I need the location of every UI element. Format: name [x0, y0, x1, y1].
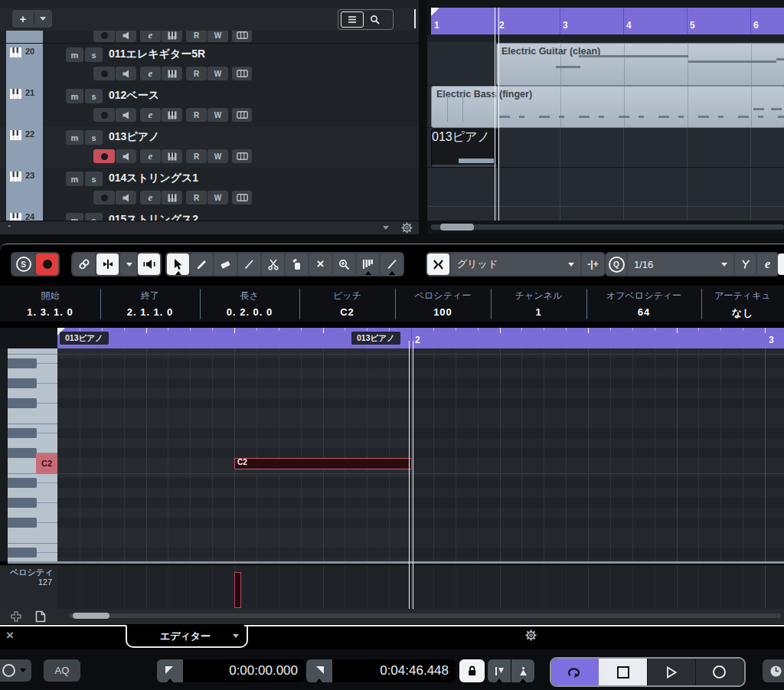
black-key[interactable] [8, 378, 37, 388]
write-automation-button[interactable]: W [207, 149, 228, 163]
lane-splitter[interactable] [8, 561, 784, 564]
black-key[interactable] [8, 428, 37, 438]
info-field[interactable]: アーティキュなし [701, 288, 784, 320]
lock-button[interactable] [459, 659, 485, 682]
chevron-down-icon[interactable] [233, 634, 239, 638]
tabbar-gear-icon[interactable] [525, 630, 537, 641]
line-tool[interactable] [238, 253, 260, 275]
mute-button[interactable]: m [66, 47, 83, 62]
mute-button[interactable]: m [66, 130, 83, 145]
editor-hscrollbar[interactable] [69, 613, 781, 618]
solo-button[interactable]: s [85, 130, 103, 145]
metronome-button[interactable] [0, 659, 31, 682]
record-arm-button[interactable] [93, 31, 115, 42]
edit-instrument-button[interactable] [162, 108, 182, 122]
info-value[interactable]: 2. 1. 1. 0 [100, 306, 200, 318]
quantize-apply-button[interactable]: Q [606, 253, 626, 275]
curve-tool[interactable] [381, 253, 403, 275]
midi-event-guitar[interactable]: Electric Guitar (clean) [496, 43, 784, 86]
info-value[interactable]: C2 [299, 306, 395, 318]
info-value[interactable]: 64 [586, 306, 701, 318]
acoustic-feedback-button[interactable] [138, 253, 160, 275]
stop-button[interactable] [599, 659, 647, 685]
add-lane-button[interactable] [11, 611, 21, 622]
midi-note-c2[interactable]: C2 [234, 458, 412, 469]
highlighted-key-c2[interactable]: C2 [36, 453, 57, 473]
solo-button[interactable]: s [85, 89, 103, 103]
channel-strip-button[interactable] [232, 67, 252, 80]
black-key[interactable] [8, 518, 37, 528]
track-color-strip[interactable]: 24 [6, 209, 43, 221]
shrink-button[interactable]: - [8, 220, 11, 231]
solo-button[interactable]: s [85, 47, 103, 62]
trim-tool[interactable] [357, 253, 379, 275]
info-field[interactable]: ピッチC2 [299, 288, 395, 320]
arrangement-area[interactable]: 123456Electric Guitar (clean)Electric Ba… [427, 0, 784, 234]
punch-out-button[interactable] [511, 659, 534, 682]
left-locator-button[interactable] [157, 659, 183, 682]
lane-area[interactable]: Electric Guitar (clean)Electric Bass (fi… [427, 42, 784, 221]
track-row[interactable]: 24ms015ストリングス2eRW [0, 209, 419, 221]
read-automation-button[interactable]: R [186, 149, 207, 163]
cycle-button[interactable] [551, 659, 599, 685]
velocity-bar[interactable] [234, 572, 241, 608]
record-arm-button[interactable] [93, 191, 115, 204]
read-automation-button[interactable]: R [186, 108, 207, 122]
mute-button[interactable]: m [66, 89, 83, 103]
edit-instrument-button[interactable] [162, 67, 182, 80]
right-locator-button[interactable] [306, 659, 332, 682]
monitor-button[interactable] [116, 31, 136, 42]
add-track-button[interactable]: + [12, 10, 52, 28]
draw-tool[interactable] [191, 253, 213, 275]
edit-instrument-button[interactable] [162, 149, 182, 163]
edit-instrument-button[interactable] [162, 31, 182, 42]
track-color-strip[interactable]: 23 [6, 168, 43, 210]
record-arm-button[interactable] [93, 149, 115, 163]
track-color-strip[interactable]: 20 [6, 44, 43, 86]
link-editors-button[interactable] [73, 253, 95, 275]
left-locator-field[interactable]: 0:00:00.000 [183, 659, 305, 682]
mute-button[interactable]: m [66, 172, 83, 186]
piano-keyboard[interactable]: C2 [0, 348, 57, 561]
setup-page-button[interactable] [35, 610, 46, 623]
write-automation-button[interactable]: W [207, 67, 228, 80]
edit-channel-button[interactable]: e [140, 191, 161, 204]
track-color-strip[interactable]: 21 [6, 85, 43, 127]
monitor-button[interactable] [116, 191, 136, 204]
time-display-button[interactable] [763, 659, 784, 682]
clipped-toolbar-button[interactable] [778, 253, 784, 275]
play-button[interactable] [647, 659, 695, 685]
info-field[interactable]: 終了2. 1. 1. 0 [100, 288, 200, 320]
record-button[interactable] [695, 659, 743, 685]
track-name[interactable]: 012ベース [109, 89, 159, 103]
editor-ruler[interactable]: 013ピアノ013ピアノ23 [0, 328, 784, 348]
channel-strip-button[interactable] [232, 191, 252, 204]
track-row[interactable]: 23ms014ストリングス1eRW [0, 168, 419, 210]
split-tool[interactable] [262, 253, 284, 275]
quantize-preset-select[interactable]: 1/16 [628, 253, 733, 275]
black-key[interactable] [8, 398, 37, 408]
find-track-button[interactable] [370, 15, 380, 25]
record-in-editor-button[interactable] [36, 253, 58, 275]
monitor-button[interactable] [116, 149, 136, 163]
info-field[interactable]: チャンネル1 [491, 288, 586, 320]
black-key[interactable] [8, 448, 37, 458]
track-name[interactable]: 011エレキギター5R [109, 47, 205, 61]
track-color-strip[interactable]: 22 [6, 126, 43, 168]
info-field[interactable]: 開始1. 3. 1. 0 [0, 288, 100, 320]
zoom-tool[interactable] [333, 253, 355, 275]
track-list-view-button[interactable] [341, 11, 364, 28]
edit-channel-button[interactable]: e [140, 67, 161, 80]
info-value[interactable]: なし [701, 306, 784, 320]
object-selection-tool[interactable] [167, 253, 189, 275]
auto-quantize-button[interactable]: AQ [44, 659, 80, 682]
info-value[interactable]: 0. 2. 0. 0 [200, 306, 299, 318]
grid-type-select[interactable]: グリッド [451, 253, 580, 275]
midi-event-bass[interactable]: Electric Bass (finger) [431, 86, 784, 128]
track-row[interactable]: 21ms012ベースeRW [0, 85, 419, 127]
gear-icon[interactable] [401, 222, 413, 234]
autoscroll-button[interactable] [96, 253, 119, 275]
monitor-button[interactable] [116, 67, 136, 80]
black-key[interactable] [8, 498, 37, 508]
channel-strip-button[interactable] [232, 108, 252, 122]
